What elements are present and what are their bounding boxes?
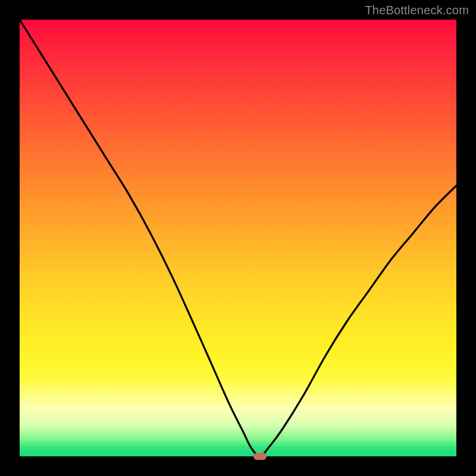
bottleneck-curve [20,20,456,456]
plot-area [20,20,456,456]
minimum-marker [253,453,267,460]
watermark-text: TheBottleneck.com [365,4,469,17]
chart-frame: TheBottleneck.com [0,0,476,476]
